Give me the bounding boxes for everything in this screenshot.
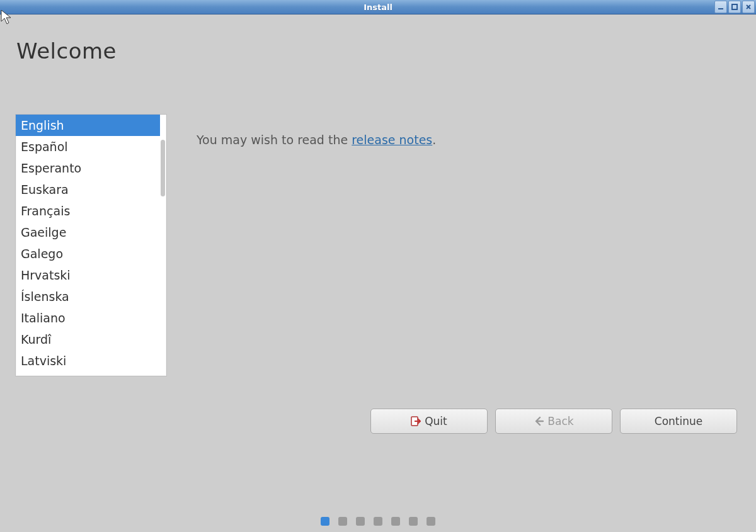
progress-indicator [321, 517, 435, 526]
page-title: Welcome [16, 38, 117, 64]
language-item[interactable]: Kurdî [16, 329, 160, 350]
quit-button[interactable]: Quit [370, 409, 488, 434]
language-scrollbar-thumb[interactable] [161, 140, 165, 196]
maximize-icon [731, 4, 738, 10]
release-notes-line: You may wish to read the release notes. [197, 133, 436, 147]
installer-page: Welcome EnglishEspañolEsperantoEuskaraFr… [0, 14, 756, 532]
release-notes-link[interactable]: release notes [352, 133, 432, 147]
language-item[interactable]: Galego [16, 243, 160, 264]
progress-dot [338, 517, 347, 526]
language-item[interactable]: Íslenska [16, 286, 160, 307]
svg-rect-0 [718, 8, 723, 9]
window-controls [714, 1, 755, 13]
svg-rect-1 [732, 4, 737, 9]
release-notes-prefix: You may wish to read the [197, 133, 352, 147]
quit-icon [411, 416, 421, 426]
language-item[interactable]: Français [16, 200, 160, 222]
back-button-label: Back [547, 415, 573, 427]
continue-button[interactable]: Continue [620, 409, 737, 434]
progress-dot [409, 517, 418, 526]
language-item[interactable]: Gaeilge [16, 222, 160, 243]
release-notes-suffix: . [432, 133, 436, 147]
language-item[interactable]: Latviski [16, 350, 160, 371]
progress-dot [321, 517, 329, 526]
progress-dot [374, 517, 382, 526]
language-item[interactable]: Euskara [16, 179, 160, 200]
progress-dot [391, 517, 400, 526]
arrow-left-icon [534, 416, 544, 426]
window-close-button[interactable] [742, 1, 755, 13]
back-button[interactable]: Back [495, 409, 612, 434]
progress-dot [356, 517, 365, 526]
close-icon [745, 4, 752, 10]
window-title: Install [364, 3, 392, 12]
language-item[interactable]: Español [16, 136, 160, 157]
window-maximize-button[interactable] [728, 1, 741, 13]
language-item[interactable]: English [16, 115, 160, 136]
minimize-icon [718, 4, 724, 10]
language-item[interactable]: Italiano [16, 307, 160, 329]
language-list[interactable]: EnglishEspañolEsperantoEuskaraFrançaisGa… [15, 114, 167, 376]
language-item[interactable]: Esperanto [16, 157, 160, 179]
progress-dot [427, 517, 435, 526]
window-minimize-button[interactable] [714, 1, 727, 13]
wizard-button-row: Quit Back Continue [370, 409, 737, 434]
quit-button-label: Quit [425, 415, 447, 427]
window-titlebar: Install [0, 0, 756, 14]
continue-button-label: Continue [655, 415, 702, 427]
language-item[interactable]: Hrvatski [16, 264, 160, 286]
